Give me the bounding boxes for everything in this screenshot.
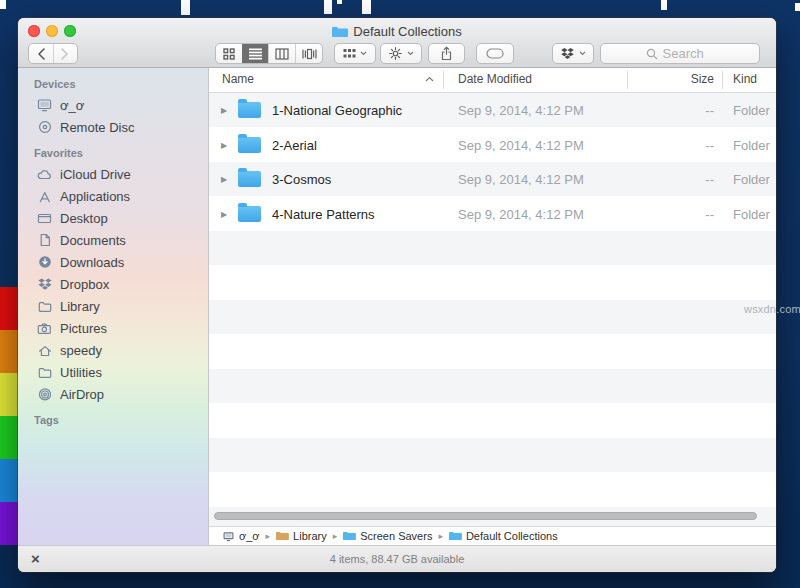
sidebar-item-documents[interactable]: Documents (18, 229, 208, 251)
table-row[interactable]: ▶3-CosmosSep 9, 2014, 4:12 PM--Folder (209, 162, 776, 197)
sidebar-item-label: Desktop (60, 211, 108, 226)
pictures-icon (36, 320, 53, 336)
disc-icon (36, 119, 53, 135)
table-row[interactable]: ▶1-National GeographicSep 9, 2014, 4:12 … (209, 93, 776, 128)
desktop-stripe (0, 416, 18, 459)
path-separator-icon: ▸ (266, 531, 271, 541)
dropbox-icon (36, 276, 53, 292)
forward-button[interactable] (53, 44, 78, 63)
column-header-name[interactable]: Name (222, 72, 254, 86)
desktop-artifact (337, 0, 342, 4)
close-icon[interactable]: × (31, 550, 40, 568)
path-bar: ơ_ơ▸Library▸Screen Savers▸Default Collec… (209, 526, 776, 545)
sidebar-item-pictures[interactable]: Pictures (18, 317, 208, 339)
icon-view-button[interactable] (216, 44, 242, 63)
computer-icon (222, 531, 235, 542)
path-separator-icon: ▸ (333, 531, 338, 541)
sidebar-item-downloads[interactable]: Downloads (18, 251, 208, 273)
chevron-down-icon (407, 51, 414, 56)
downloads-icon (36, 254, 53, 270)
sidebar-section-title-favorites: Favorites (18, 147, 208, 160)
list-view-button[interactable] (242, 44, 268, 63)
sidebar-item-label: Applications (60, 189, 130, 204)
airdrop-icon (36, 386, 53, 402)
share-button[interactable] (428, 43, 465, 64)
tag-button[interactable] (476, 43, 514, 64)
folder-icon (36, 298, 53, 314)
back-button[interactable] (29, 44, 53, 63)
dropbox-button[interactable] (552, 43, 594, 64)
folder-icon (36, 364, 53, 380)
sidebar-item-dropbox[interactable]: Dropbox (18, 273, 208, 295)
path-item-library[interactable]: Library (276, 530, 327, 542)
file-name: 2-Aerial (272, 137, 317, 152)
folder-icon (238, 206, 261, 222)
folder-icon (449, 531, 462, 541)
path-item-label: Library (293, 530, 327, 542)
arrange-button[interactable] (334, 43, 376, 64)
path-separator-icon: ▸ (438, 531, 443, 541)
column-header-size[interactable]: Size (627, 72, 714, 86)
disclosure-triangle-icon[interactable]: ▶ (221, 140, 227, 149)
sidebar-item-icloud-drive[interactable]: iCloud Drive (18, 163, 208, 185)
sidebar-item-remote-disc[interactable]: Remote Disc (18, 116, 208, 138)
status-bar: × 4 items, 88.47 GB available (18, 545, 776, 572)
search-icon (646, 48, 658, 60)
search-input[interactable] (600, 43, 760, 64)
coverflow-view-button[interactable] (295, 44, 322, 63)
path-item-item[interactable]: ơ_ơ (222, 530, 260, 542)
disclosure-triangle-icon[interactable]: ▶ (221, 209, 227, 218)
desktop-artifact (0, 0, 6, 9)
sidebar-item-label: Pictures (60, 321, 107, 336)
applications-icon (36, 188, 53, 204)
list-column-headers: Name Date Modified Size Kind (209, 68, 776, 93)
file-date-modified: Sep 9, 2014, 4:12 PM (458, 137, 584, 152)
folder-icon (238, 171, 261, 187)
desktop-artifact (362, 0, 371, 14)
disclosure-triangle-icon[interactable]: ▶ (221, 106, 227, 115)
desktop-artifact (661, 0, 667, 10)
column-divider[interactable] (722, 71, 723, 89)
sidebar-item-desktop[interactable]: Desktop (18, 207, 208, 229)
scrollbar-thumb[interactable] (214, 512, 757, 520)
sidebar-item-label: speedy (60, 343, 102, 358)
sidebar-item-library[interactable]: Library (18, 295, 208, 317)
search-field[interactable] (663, 46, 715, 61)
sidebar-item-airdrop[interactable]: AirDrop (18, 383, 208, 405)
column-header-date-modified[interactable]: Date Modified (458, 72, 532, 86)
folder-icon (238, 137, 261, 153)
sidebar-item-speedy[interactable]: speedy (18, 339, 208, 361)
folder-icon (343, 531, 356, 541)
path-item-label: ơ_ơ (239, 530, 260, 542)
sidebar-item-utilities[interactable]: Utilities (18, 361, 208, 383)
sidebar-item-label: Dropbox (60, 277, 109, 292)
sidebar-item-label: Remote Disc (60, 120, 134, 135)
action-button[interactable] (380, 43, 422, 64)
sidebar-item-applications[interactable]: Applications (18, 185, 208, 207)
nav-buttons (28, 43, 78, 64)
disclosure-triangle-icon[interactable]: ▶ (221, 175, 227, 184)
column-view-button[interactable] (268, 44, 295, 63)
desktop-artifact (181, 0, 190, 15)
documents-icon (36, 232, 53, 248)
file-name: 3-Cosmos (272, 172, 331, 187)
window-title: Default Collections (18, 23, 776, 39)
sidebar-item-label: Downloads (60, 255, 124, 270)
sidebar-item-label: AirDrop (60, 387, 104, 402)
view-mode-control (215, 43, 323, 64)
file-kind: Folder (733, 137, 770, 152)
table-row[interactable]: ▶2-AerialSep 9, 2014, 4:12 PM--Folder (209, 128, 776, 163)
table-row[interactable]: ▶4-Nature PatternsSep 9, 2014, 4:12 PM--… (209, 197, 776, 232)
column-header-kind[interactable]: Kind (733, 72, 757, 86)
home-icon (36, 342, 53, 358)
desktop-artifact (795, 3, 800, 11)
path-item-default-collections[interactable]: Default Collections (449, 530, 558, 542)
dropbox-icon (560, 47, 575, 61)
sidebar-section-title-tags: Tags (18, 414, 208, 427)
file-kind: Folder (733, 172, 770, 187)
icloud-icon (36, 166, 53, 182)
path-item-screen-savers[interactable]: Screen Savers (343, 530, 432, 542)
computer-icon (36, 97, 53, 113)
column-divider[interactable] (443, 71, 444, 89)
sidebar-item-item[interactable]: ơ_ơ (18, 94, 208, 116)
